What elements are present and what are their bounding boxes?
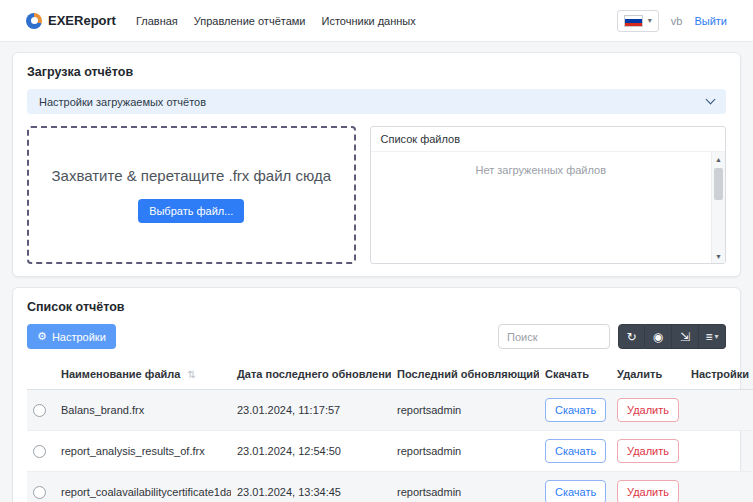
upload-settings-accordion[interactable]: Настройки загружаемых отчётов [27, 89, 726, 114]
brand[interactable]: EXEReport [26, 13, 116, 29]
files-panel-title: Список файлов [371, 127, 725, 151]
table-row[interactable]: report_analysis_results_of.frx 23.01.202… [27, 431, 753, 472]
search-input[interactable] [498, 324, 610, 349]
cell-settings [685, 390, 753, 431]
cell-settings [685, 472, 753, 502]
header-file-name-label: Наименование файла [61, 368, 180, 380]
scroll-down-icon[interactable]: ▼ [712, 249, 725, 263]
cell-file-name: Balans_brand.frx [55, 390, 231, 431]
chevron-down-icon: ▾ [648, 17, 652, 25]
download-button[interactable]: Скачать [545, 439, 606, 463]
refresh-button[interactable]: ↻ [618, 324, 645, 349]
scroll-up-icon[interactable]: ▲ [712, 152, 725, 166]
main-nav: Главная Управление отчётами Источники да… [136, 15, 416, 27]
reports-table: Наименование файла ⇅ Дата последнего обн… [27, 359, 753, 502]
top-navbar: EXEReport Главная Управление отчётами Ис… [0, 0, 753, 42]
reports-card-title: Список отчётов [27, 300, 726, 314]
cell-settings [685, 431, 753, 472]
columns-icon: ≡ [705, 330, 712, 344]
sort-icon[interactable]: ⇅ [187, 369, 195, 380]
logout-link[interactable]: Выйти [694, 15, 727, 27]
header-select [27, 359, 55, 390]
download-button[interactable]: Скачать [545, 480, 606, 502]
row-select-radio[interactable] [33, 445, 46, 458]
reports-toolbar: ⚙ Настройки ↻ ◉ ⇲ ≡ ▾ [27, 324, 726, 349]
row-select-radio[interactable] [33, 404, 46, 417]
upload-content-row: Захватите & перетащите .frx файл сюда Вы… [27, 126, 726, 264]
settings-button[interactable]: ⚙ Настройки [27, 324, 116, 349]
language-dropdown-button[interactable]: ▾ [617, 10, 659, 32]
nav-item-data-sources[interactable]: Источники данных [322, 15, 416, 27]
columns-dropdown-button[interactable]: ≡ ▾ [699, 324, 726, 349]
header-settings: Настройки [685, 359, 753, 390]
app-page: EXEReport Главная Управление отчётами Ис… [0, 0, 753, 502]
table-header-row: Наименование файла ⇅ Дата последнего обн… [27, 359, 753, 390]
reports-list-card: Список отчётов ⚙ Настройки ↻ ◉ ⇲ [12, 287, 741, 502]
settings-button-label: Настройки [52, 331, 106, 343]
dropzone-text: Захватите & перетащите .frx файл сюда [52, 167, 331, 184]
cell-file-name: report_coalavailabilitycertificate1day.f… [55, 472, 231, 502]
download-button[interactable]: Скачать [545, 398, 606, 422]
table-toolbar-buttons: ↻ ◉ ⇲ ≡ ▾ [618, 324, 726, 349]
cell-file-name: report_analysis_results_of.frx [55, 431, 231, 472]
cell-updated-by: reportsadmin [391, 390, 539, 431]
header-last-updated[interactable]: Дата последнего обновления ⇅ [231, 359, 391, 390]
app-logo-icon [26, 13, 42, 29]
header-last-updated-label: Дата последнего обновления [237, 368, 391, 380]
delete-button[interactable]: Удалить [617, 480, 679, 502]
toolbar-right: ↻ ◉ ⇲ ≡ ▾ [498, 324, 726, 349]
table-row[interactable]: Balans_brand.frx 23.01.2024, 11:17:57 re… [27, 390, 753, 431]
choose-file-button[interactable]: Выбрать файл... [138, 199, 244, 223]
files-empty-message: Нет загруженных файлов [371, 152, 711, 263]
delete-button[interactable]: Удалить [617, 398, 679, 422]
header-last-updater[interactable]: Последний обновляющий ⇅ [391, 359, 539, 390]
scrollbar-track[interactable] [712, 166, 725, 249]
gear-icon: ⚙ [37, 330, 47, 343]
brand-name: EXEReport [48, 13, 116, 28]
toggle-view-icon: ◉ [653, 330, 663, 344]
files-scrollbar[interactable]: ▲ ▼ [711, 152, 725, 263]
toggle-view-button[interactable]: ◉ [645, 324, 672, 349]
nav-item-home[interactable]: Главная [136, 15, 178, 27]
header-delete: Удалить [611, 359, 685, 390]
accordion-label: Настройки загружаемых отчётов [39, 96, 206, 108]
cell-updated-by: reportsadmin [391, 431, 539, 472]
cell-date: 23.01.2024, 12:54:50 [231, 431, 391, 472]
row-select-radio[interactable] [33, 486, 46, 499]
upload-reports-card: Загрузка отчётов Настройки загружаемых о… [12, 52, 741, 277]
nav-item-report-management[interactable]: Управление отчётами [194, 15, 306, 27]
header-file-name[interactable]: Наименование файла ⇅ [55, 359, 231, 390]
current-username: vb [671, 15, 683, 27]
cell-date: 23.01.2024, 13:34:45 [231, 472, 391, 502]
table-row[interactable]: report_coalavailabilitycertificate1day.f… [27, 472, 753, 502]
fullscreen-icon: ⇲ [680, 330, 690, 344]
fullscreen-button[interactable]: ⇲ [672, 324, 699, 349]
files-panel-body: Нет загруженных файлов ▲ ▼ [371, 151, 725, 263]
uploaded-files-panel: Список файлов Нет загруженных файлов ▲ ▼ [370, 126, 726, 264]
header-download: Скачать [539, 359, 611, 390]
delete-button[interactable]: Удалить [617, 439, 679, 463]
upload-card-title: Загрузка отчётов [27, 65, 726, 79]
file-dropzone[interactable]: Захватите & перетащите .frx файл сюда Вы… [27, 126, 356, 264]
header-last-updater-label: Последний обновляющий [397, 368, 539, 380]
refresh-icon: ↻ [626, 330, 636, 344]
russian-flag-icon [624, 15, 643, 27]
chevron-down-icon [706, 95, 716, 105]
navbar-right: ▾ vb Выйти [617, 10, 727, 32]
cell-date: 23.01.2024, 11:17:57 [231, 390, 391, 431]
chevron-down-icon: ▾ [715, 333, 719, 341]
scrollbar-thumb[interactable] [714, 168, 723, 200]
cell-updated-by: reportsadmin [391, 472, 539, 502]
